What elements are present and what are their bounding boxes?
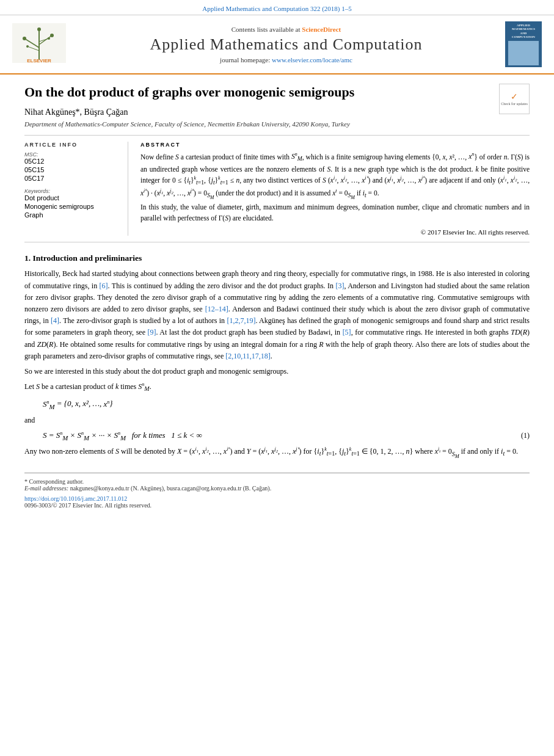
section-1-body: Historically, Beck had started studying … <box>24 268 530 394</box>
ref-1279[interactable]: [1,2,7,19] <box>227 316 255 325</box>
elsevier-logo: ELSEVIER <box>12 23 67 65</box>
affiliation: Department of Mathematics-Computer Scien… <box>24 120 530 128</box>
check-for-updates-badge: ✓ Check for updates <box>499 84 530 114</box>
citation-bar: Applied Mathematics and Computation 322 … <box>0 0 554 15</box>
corresponding-note: * Corresponding author. <box>24 478 530 485</box>
msc-val-3: 05C17 <box>24 175 118 182</box>
msc-group: MSC: 05C12 05C15 05C17 <box>24 151 118 182</box>
email-note: E-mail addresses: nakgunes@konya.edu.tr … <box>24 485 530 492</box>
abstract-text: Now define S a cartesian product of fini… <box>140 151 530 224</box>
svg-point-10 <box>37 27 41 31</box>
abstract-title: ABSTRACT <box>140 142 530 148</box>
divider-2 <box>24 242 530 242</box>
kw-1: Dot product <box>24 194 118 202</box>
section-1: 1. Introduction and preliminaries Histor… <box>24 253 530 460</box>
emails: nakgunes@konya.edu.tr (N. Akgüneş), busr… <box>70 485 272 492</box>
science-direct-link[interactable]: ScienceDirect <box>302 26 341 33</box>
intro-paragraph-1: Historically, Beck had started studying … <box>24 268 530 362</box>
equation-1-content: S = SnM × SnM × ··· × SnM for k times 1 … <box>43 431 202 442</box>
contents-line: Contents lists available at ScienceDirec… <box>73 26 499 33</box>
paper-title: On the dot product of graphs over monoge… <box>24 84 530 101</box>
math-set: SnM = {0, x, x², …, xn} <box>43 399 530 410</box>
issn-line: 0096-3003/© 2017 Elsevier Inc. All right… <box>24 502 530 509</box>
and-label: and <box>24 415 530 426</box>
section-1-number: 1. <box>24 253 33 263</box>
svg-point-7 <box>50 34 54 37</box>
ref-12-14[interactable]: [12–14] <box>205 305 228 313</box>
journal-cover: APPLIEDMATHEMATICSANDCOMPUTATION <box>505 21 542 67</box>
msc-val-1: 05C12 <box>24 158 118 165</box>
journal-header: ELSEVIER Contents lists available at Sci… <box>0 15 554 75</box>
paper-header: ✓ Check for updates On the dot product o… <box>24 84 530 128</box>
abstract-col: ABSTRACT Now define S a cartesian produc… <box>140 142 530 236</box>
ref-5[interactable]: [5] <box>343 328 351 336</box>
equation-1-row: S = SnM × SnM × ··· × SnM for k times 1 … <box>24 431 530 442</box>
journal-homepage: journal homepage: www.elsevier.com/locat… <box>73 56 499 64</box>
ref-4[interactable]: [4] <box>51 316 59 325</box>
footnote-area: * Corresponding author. E-mail addresses… <box>24 473 530 509</box>
section-1-title: 1. Introduction and preliminaries <box>24 253 530 263</box>
badge-text: Check for updates <box>501 102 528 106</box>
kw-3: Graph <box>24 211 118 219</box>
msc-val-2: 05C15 <box>24 166 118 173</box>
article-info-title: ARTICLE INFO <box>24 142 118 148</box>
doi-link[interactable]: https://doi.org/10.1016/j.amc.2017.11.01… <box>24 495 127 502</box>
svg-text:ELSEVIER: ELSEVIER <box>27 58 51 63</box>
svg-point-6 <box>23 37 26 40</box>
abstract-paragraph-1: Now define S a cartesian product of fini… <box>140 151 530 202</box>
elsevier-logo-svg: ELSEVIER <box>12 23 66 63</box>
ref-6[interactable]: [6] <box>100 282 108 290</box>
svg-point-9 <box>48 37 50 40</box>
copyright-notice: © 2017 Elsevier Inc. All rights reserved… <box>140 228 530 236</box>
homepage-label: journal homepage: <box>220 56 270 64</box>
intro-paragraph-2: So we are interested in this study about… <box>24 366 530 377</box>
journal-title: Applied Mathematics and Computation <box>73 35 499 54</box>
article-info: ARTICLE INFO MSC: 05C12 05C15 05C17 Keyw… <box>24 142 128 236</box>
keywords-label: Keywords: <box>24 188 118 194</box>
msc-label: MSC: <box>24 151 118 158</box>
abstract-paragraph-2: In this study, the value of diameter, gi… <box>140 202 530 224</box>
svg-point-8 <box>26 45 29 48</box>
author-names: Nihat Akgüneş*, Büşra Çağan <box>24 107 128 117</box>
any-two-text: Any two non-zero elements of S will be d… <box>24 446 530 460</box>
cover-graphic <box>508 41 539 65</box>
main-content: ✓ Check for updates On the dot product o… <box>0 75 554 521</box>
ref-2101718[interactable]: [2,10,11,17,18] <box>225 352 271 360</box>
ref-9[interactable]: [9] <box>148 328 156 336</box>
section-1-heading: Introduction and preliminaries <box>33 253 142 263</box>
cover-text: APPLIEDMATHEMATICSANDCOMPUTATION <box>512 24 535 40</box>
homepage-url[interactable]: www.elsevier.com/locate/amc <box>272 56 352 64</box>
journal-center: Contents lists available at ScienceDirec… <box>73 26 499 64</box>
article-abstract-section: ARTICLE INFO MSC: 05C12 05C15 05C17 Keyw… <box>24 142 530 236</box>
equation-1-number: (1) <box>521 431 530 440</box>
emails-label: E-mail addresses: <box>24 485 68 492</box>
citation-text: Applied Mathematics and Computation 322 … <box>202 5 351 12</box>
intro-paragraph-3: Let S be a cartesian product of k times … <box>24 381 530 394</box>
ref-3[interactable]: [3] <box>335 282 344 290</box>
kw-2: Monogenic semigroups <box>24 203 118 210</box>
authors: Nihat Akgüneş*, Büşra Çağan <box>24 107 530 117</box>
keywords-group: Keywords: Dot product Monogenic semigrou… <box>24 188 118 219</box>
divider-1 <box>24 135 530 136</box>
contents-label: Contents lists available at <box>231 26 301 33</box>
